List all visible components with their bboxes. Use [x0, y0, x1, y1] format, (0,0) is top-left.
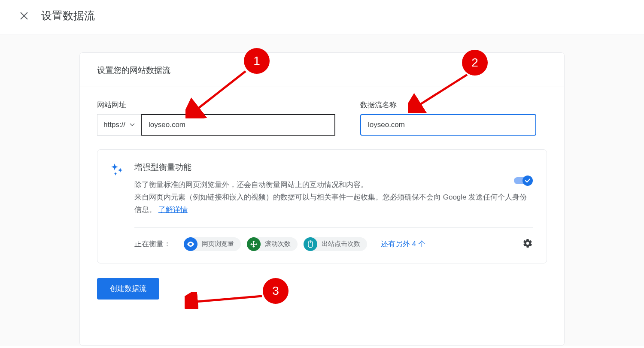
enhanced-desc-line1: 除了衡量标准的网页浏览量外，还会自动衡量网站上的互动情况和内容。	[134, 181, 368, 189]
protocol-value: https://	[103, 121, 125, 129]
chip-label: 滚动次数	[265, 240, 291, 248]
divider	[134, 227, 533, 228]
url-input[interactable]	[141, 114, 335, 136]
url-label: 网站网址	[97, 100, 335, 110]
create-stream-button[interactable]: 创建数据流	[97, 278, 159, 300]
chevron-down-icon	[130, 123, 135, 127]
chip-label: 出站点击次数	[322, 240, 360, 248]
close-icon[interactable]	[19, 11, 29, 21]
sparkle-icon	[111, 163, 124, 177]
name-label: 数据流名称	[360, 100, 536, 110]
stream-name-input[interactable]	[360, 114, 536, 136]
url-form-group: 网站网址 https://	[97, 100, 335, 136]
content-area: 设置您的网站数据流 网站网址 https:// 数据流名称	[0, 34, 644, 346]
toggle-thumb	[522, 176, 533, 186]
enhanced-header: 增强型衡量功能 除了衡量标准的网页浏览量外，还会自动衡量网站上的互动情况和内容。…	[111, 162, 533, 216]
learn-more-link[interactable]: 了解详情	[158, 206, 188, 214]
check-icon	[525, 178, 531, 184]
chip-outbound: 出站点击次数	[304, 237, 367, 251]
enhanced-title: 增强型衡量功能	[134, 162, 533, 173]
more-events-link[interactable]: 还有另外 4 个	[381, 239, 425, 249]
enhanced-description: 除了衡量标准的网页浏览量外，还会自动衡量网站上的互动情况和内容。 来自网页内元素…	[134, 179, 533, 216]
eye-icon	[184, 237, 197, 251]
setup-card: 设置您的网站数据流 网站网址 https:// 数据流名称	[79, 52, 565, 346]
page-title: 设置数据流	[41, 9, 95, 23]
measuring-row: 正在衡量： 网页浏览量 滚动次数	[134, 237, 533, 251]
card-body: 网站网址 https:// 数据流名称	[80, 87, 564, 312]
gear-icon[interactable]	[522, 238, 533, 250]
scroll-icon	[247, 237, 261, 251]
chip-scroll: 滚动次数	[247, 237, 298, 251]
enhanced-desc-line2: 来自网页内元素（例如链接和嵌入的视频）的数据可以与相关事件一起收集。您必须确保不…	[134, 193, 527, 214]
name-form-group: 数据流名称	[360, 100, 536, 136]
enhanced-toggle[interactable]	[514, 176, 533, 186]
modal-header: 设置数据流	[0, 0, 644, 34]
url-input-wrap: https://	[97, 114, 335, 136]
enhanced-measurement-box: 增强型衡量功能 除了衡量标准的网页浏览量外，还会自动衡量网站上的互动情况和内容。…	[97, 149, 547, 263]
enhanced-content: 增强型衡量功能 除了衡量标准的网页浏览量外，还会自动衡量网站上的互动情况和内容。…	[134, 162, 533, 216]
chip-label: 网页浏览量	[202, 240, 234, 248]
protocol-select[interactable]: https://	[97, 114, 141, 136]
measuring-label: 正在衡量：	[134, 239, 171, 249]
form-row: 网站网址 https:// 数据流名称	[97, 100, 547, 136]
mouse-icon	[304, 237, 317, 251]
card-heading: 设置您的网站数据流	[80, 53, 564, 87]
chip-pageviews: 网页浏览量	[184, 237, 241, 251]
